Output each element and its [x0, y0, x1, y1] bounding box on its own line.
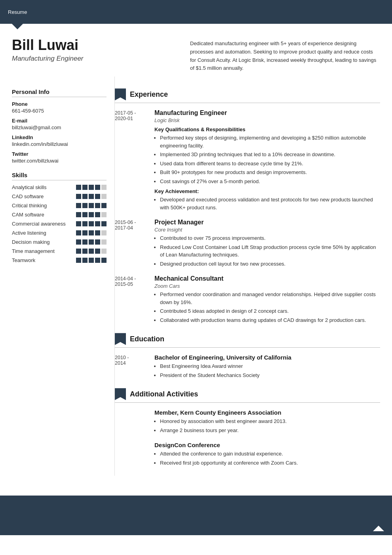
- exp-bullet-item: Collaborated with production teams durin…: [160, 316, 380, 324]
- resume-body: Personal Info Phone661-459-6075E-mailbil…: [0, 77, 392, 488]
- right-column: Experience 2017-05 -2020-01Manufacturing…: [115, 77, 392, 476]
- skill-dots: [76, 185, 107, 190]
- exp-dates: 2015-06 -2017-04: [115, 219, 154, 269]
- skills-list: Analytical skillsCAD softwareCritical th…: [12, 184, 107, 263]
- candidate-name: Bill Luwai: [12, 37, 131, 53]
- info-label: E-mail: [12, 118, 107, 124]
- dot-filled: [89, 239, 94, 245]
- skill-dots: [76, 194, 107, 199]
- experience-header: Experience: [115, 88, 380, 103]
- exp-achievement-bullets: Developed and executed process validatio…: [154, 196, 380, 211]
- dot-filled: [89, 249, 94, 254]
- dot-filled: [82, 185, 88, 190]
- skill-row: Analytical skills: [12, 184, 107, 190]
- dot-filled: [89, 221, 94, 226]
- exp-dates: 2014-04 -2015-05: [115, 275, 154, 325]
- dot-filled: [89, 230, 94, 235]
- dot-empty: [101, 249, 107, 254]
- additional-inner: DesignCon ConferenceAttended the confere…: [115, 442, 380, 468]
- skill-name: Decision making: [12, 239, 76, 245]
- skill-row: Active listening: [12, 230, 107, 236]
- dot-empty: [101, 185, 107, 190]
- additional-bullets: Attended the conference to gain industri…: [154, 450, 380, 467]
- dot-filled: [82, 212, 88, 217]
- skills-title: Skills: [12, 172, 107, 180]
- dot-empty: [101, 212, 107, 217]
- dot-filled: [95, 230, 100, 235]
- dot-filled: [82, 239, 88, 245]
- skill-row: CAM software: [12, 212, 107, 218]
- education-bookmark-icon: [115, 333, 126, 345]
- skill-dots: [76, 230, 107, 235]
- skill-row: Decision making: [12, 239, 107, 245]
- top-bar-arrow: [12, 24, 23, 29]
- education-header: Education: [115, 333, 380, 348]
- bottom-strip: [0, 496, 392, 535]
- skill-row: Teamwork: [12, 257, 107, 263]
- bottom-arrow-icon: [373, 526, 384, 531]
- exp-bullet-item: Used data from different teams to decrea…: [160, 160, 380, 168]
- dot-filled: [89, 258, 94, 263]
- exp-job-title: Mechanical Consultant: [154, 275, 380, 282]
- experience-title: Experience: [130, 90, 168, 99]
- dot-filled: [76, 185, 81, 190]
- dot-filled: [101, 258, 107, 263]
- exp-job-title: Manufacturing Engineer: [154, 109, 380, 117]
- additional-entries: Member, Kern County Engineers Associatio…: [115, 409, 380, 468]
- skill-row: Commercial awareness: [12, 221, 107, 227]
- additional-content: DesignCon ConferenceAttended the confere…: [154, 442, 380, 468]
- skill-name: Teamwork: [12, 257, 76, 263]
- skill-name: Commercial awareness: [12, 221, 76, 227]
- skill-row: CAD software: [12, 193, 107, 199]
- additional-title-item: DesignCon Conference: [154, 442, 380, 448]
- additional-title: Additional Activities: [130, 390, 198, 398]
- additional-bullet-item: Arrange 2 business tours per year.: [160, 427, 380, 434]
- dot-empty: [101, 194, 107, 199]
- additional-bullet-item: Honored by association with best enginee…: [160, 417, 380, 425]
- dot-filled: [95, 194, 100, 199]
- education-title: Education: [130, 335, 164, 343]
- education-entries: 2010 -2014Bachelor of Engineering, Unive…: [115, 354, 380, 380]
- skill-dots: [76, 249, 107, 254]
- experience-entries: 2017-05 -2020-01Manufacturing EngineerLo…: [115, 109, 380, 325]
- exp-content: Manufacturing EngineerLogic BriskKey Qua…: [154, 109, 380, 212]
- exp-job-title: Project Manager: [154, 219, 380, 226]
- exp-bullets: Contributed to over 75 process improveme…: [154, 234, 380, 268]
- skill-dots: [76, 212, 107, 217]
- exp-bullet-item: Cost savings of 27% over a 5-month perio…: [160, 178, 380, 186]
- dot-filled: [95, 249, 100, 254]
- skill-row: Time management: [12, 248, 107, 254]
- exp-bullet-item: Implemented 3D printing techniques that …: [160, 151, 380, 159]
- exp-company: Core Insight: [154, 227, 380, 233]
- additional-header: Additional Activities: [115, 388, 380, 403]
- dot-filled: [82, 249, 88, 254]
- exp-bullets: Performed key steps of designing, implem…: [154, 134, 380, 185]
- dot-filled: [95, 258, 100, 263]
- skill-dots: [76, 221, 107, 226]
- info-label: Phone: [12, 101, 107, 107]
- skill-name: CAM software: [12, 212, 76, 218]
- dot-empty: [101, 239, 107, 245]
- exp-sub-label: Key Qualifications & Responsibilities: [154, 126, 380, 132]
- skill-name: Active listening: [12, 230, 76, 236]
- experience-entry: 2014-04 -2015-05Mechanical ConsultantZoo…: [115, 275, 380, 325]
- exp-bullet-item: Contributed 5 ideas adopted in design of…: [160, 307, 380, 315]
- skill-name: Critical thinking: [12, 203, 76, 209]
- top-bar-label: Resume: [8, 9, 27, 15]
- dot-filled: [89, 212, 94, 217]
- info-label: LinkedIn: [12, 134, 107, 140]
- dot-filled: [76, 239, 81, 245]
- info-value: 661-459-6075: [12, 108, 107, 114]
- dot-filled: [82, 258, 88, 263]
- dot-filled: [76, 230, 81, 235]
- info-value: billzluwai@gmail.com: [12, 124, 107, 130]
- resume-header: Bill Luwai Manufacturing Engineer Dedica…: [0, 29, 392, 77]
- exp-achievement-label: Key Achievement:: [154, 188, 380, 194]
- experience-entry: 2017-05 -2020-01Manufacturing EngineerLo…: [115, 109, 380, 212]
- additional-content: Member, Kern County Engineers Associatio…: [154, 409, 380, 435]
- dot-filled: [76, 212, 81, 217]
- additional-entry: Member, Kern County Engineers Associatio…: [115, 409, 380, 435]
- skill-dots: [76, 239, 107, 245]
- additional-entry: DesignCon ConferenceAttended the confere…: [115, 442, 380, 468]
- skill-row: Critical thinking: [12, 203, 107, 209]
